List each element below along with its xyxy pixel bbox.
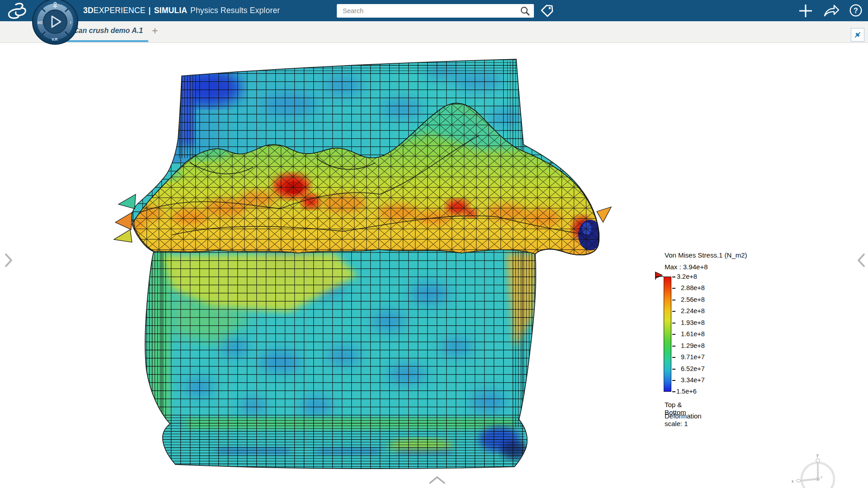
top-bar: 3D I V.R 3DEXPERIENCE|SIMULIAPhysics Res… — [0, 0, 868, 21]
tab-can-crush-demo[interactable]: Can crush demo A.1 — [68, 27, 148, 35]
tag-icon[interactable] — [539, 4, 555, 18]
search-box — [337, 4, 534, 18]
legend-tick: 1.61e+8 — [681, 330, 705, 338]
legend-tick: 3.2e+8 — [677, 273, 697, 280]
axis-triad[interactable]: y x z — [789, 451, 848, 488]
bottom-panel-expand-icon[interactable] — [428, 475, 447, 485]
3ds-logo-icon — [4, 1, 28, 20]
legend-tick: 3.34e+7 — [681, 376, 705, 384]
svg-text:I: I — [70, 20, 71, 25]
legend-tick: 6.52e+7 — [681, 365, 705, 372]
legend-title: Von Mises Stress.1 (N_m2) — [665, 251, 747, 259]
legend-tick: 9.71e+7 — [681, 353, 705, 361]
new-tab-button[interactable]: + — [152, 25, 158, 37]
stress-colorbar — [664, 277, 671, 392]
search-icon[interactable] — [519, 5, 531, 17]
can-body-surface — [127, 54, 610, 474]
legend-tick: 2.24e+8 — [681, 307, 705, 314]
collapse-view-icon[interactable] — [851, 28, 864, 42]
search-input[interactable] — [337, 4, 534, 18]
legend-tick: 1.5e+6 — [676, 388, 697, 395]
share-icon[interactable] — [823, 4, 840, 18]
svg-text:x: x — [792, 479, 794, 483]
svg-text:y: y — [816, 453, 819, 457]
help-icon[interactable]: ? — [849, 4, 863, 17]
legend-tick: 1.29e+8 — [681, 342, 705, 349]
active-tab-underline — [67, 40, 148, 42]
svg-text:3D: 3D — [37, 20, 42, 25]
physics-results-explorer-window: 3D I V.R 3DEXPERIENCE|SIMULIAPhysics Res… — [0, 0, 868, 488]
3d-viewport[interactable]: Von Mises Stress.1 (N_m2) Max : 3.94e+8 … — [0, 43, 868, 488]
app-title: 3DEXPERIENCE|SIMULIAPhysics Results Expl… — [83, 0, 280, 21]
fea-can-mesh[interactable] — [0, 0, 868, 488]
3dexperience-compass[interactable]: 3D I V.R — [32, 0, 79, 47]
svg-text:V.R: V.R — [52, 37, 57, 42]
left-panel-expand-icon[interactable] — [3, 252, 14, 268]
svg-text:z: z — [821, 475, 822, 479]
tab-bar: Can crush demo A.1 + — [0, 21, 868, 43]
add-icon[interactable] — [798, 4, 813, 18]
legend-tick: 1.93e+8 — [681, 319, 705, 326]
legend-deformation-scale: Deformation scale: 1 — [665, 412, 702, 427]
svg-text:?: ? — [854, 7, 858, 14]
legend-tick: 2.88e+8 — [681, 284, 705, 291]
legend-tick: 2.56e+8 — [681, 296, 705, 303]
legend-max-value: Max : 3.94e+8 — [665, 263, 708, 271]
right-panel-expand-icon[interactable] — [855, 252, 867, 268]
legend-max-flag-icon — [654, 271, 665, 282]
